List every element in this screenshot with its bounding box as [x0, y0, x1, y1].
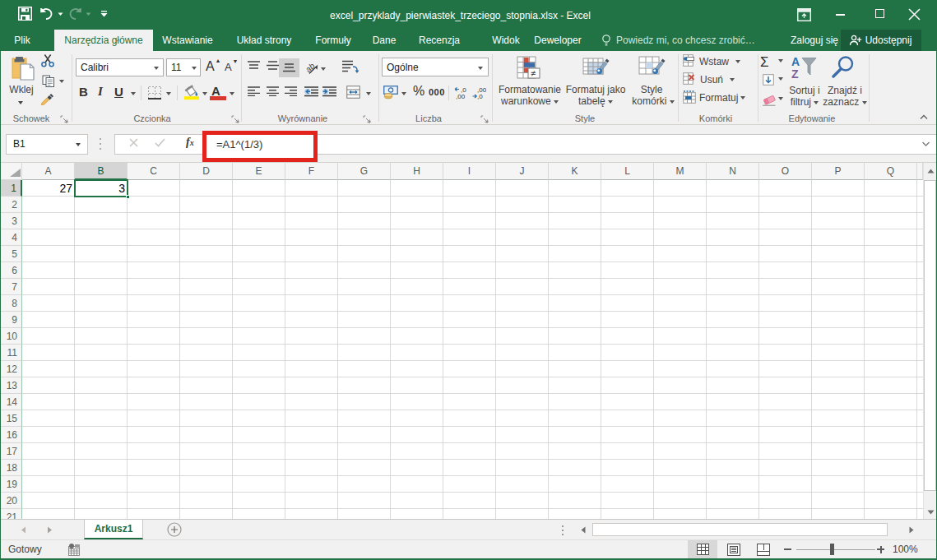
- svg-text:Z: Z: [791, 67, 799, 79]
- svg-text:≠: ≠: [531, 68, 536, 78]
- svg-text:,0: ,0: [477, 93, 483, 100]
- svg-text:,00: ,00: [456, 93, 466, 100]
- svg-text:A: A: [791, 55, 800, 68]
